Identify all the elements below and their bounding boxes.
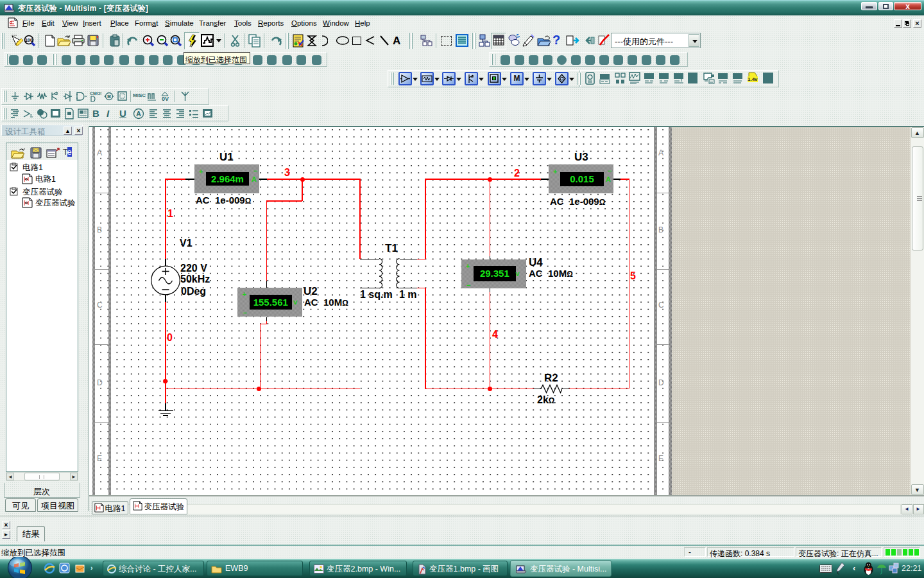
svg-text:A: A [136, 110, 141, 118]
svg-text:CMOS: CMOS [90, 91, 101, 96]
svg-text:100: 100 [25, 38, 33, 42]
svg-text:0V: 0V [162, 96, 169, 102]
svg-text:M: M [107, 94, 111, 99]
